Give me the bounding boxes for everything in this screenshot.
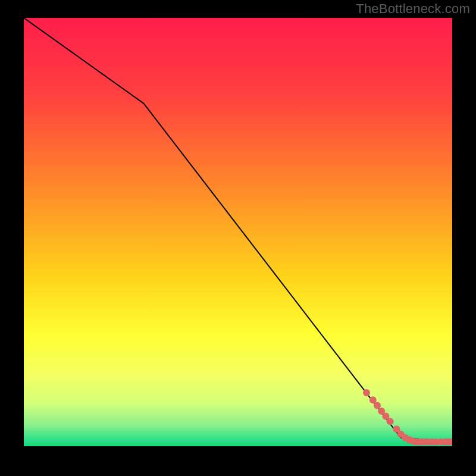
plot-area	[24, 18, 452, 446]
scatter-point	[363, 389, 370, 396]
scatter-point	[387, 418, 394, 425]
watermark-text: TheBottleneck.com	[356, 1, 470, 17]
gradient-background	[24, 18, 452, 446]
chart-stage: TheBottleneck.com	[0, 0, 476, 476]
chart-svg	[24, 18, 452, 446]
